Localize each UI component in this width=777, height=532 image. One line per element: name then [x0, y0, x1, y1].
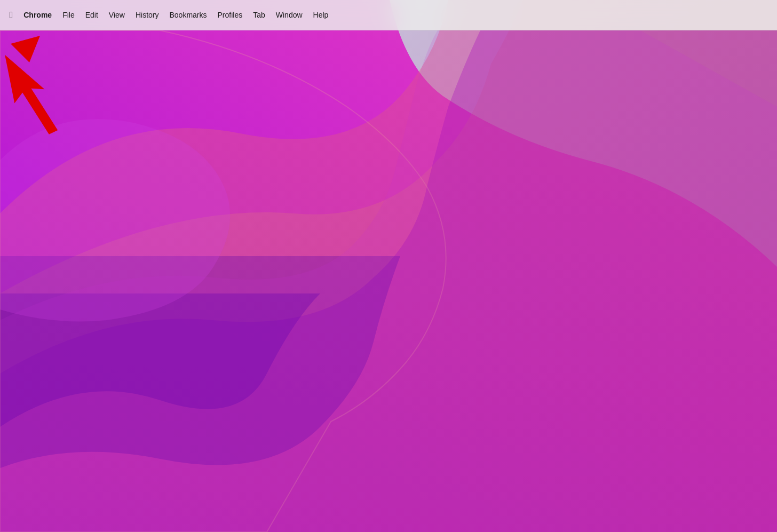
menu-item-chrome[interactable]: Chrome [18, 9, 57, 21]
menu-item-file[interactable]: File [57, 9, 80, 21]
apple-menu[interactable]:  [4, 9, 18, 22]
menu-item-profiles[interactable]: Profiles [212, 9, 248, 21]
menu-item-window[interactable]: Window [271, 9, 308, 21]
menubar:  ChromeFileEditViewHistoryBookmarksProf… [0, 0, 777, 30]
menu-item-edit[interactable]: Edit [80, 9, 104, 21]
menu-item-bookmarks[interactable]: Bookmarks [164, 9, 212, 21]
menu-item-tab[interactable]: Tab [248, 9, 271, 21]
menu-item-view[interactable]: View [104, 9, 130, 21]
menu-item-help[interactable]: Help [308, 9, 334, 21]
desktop [0, 0, 777, 532]
menu-item-history[interactable]: History [130, 9, 164, 21]
